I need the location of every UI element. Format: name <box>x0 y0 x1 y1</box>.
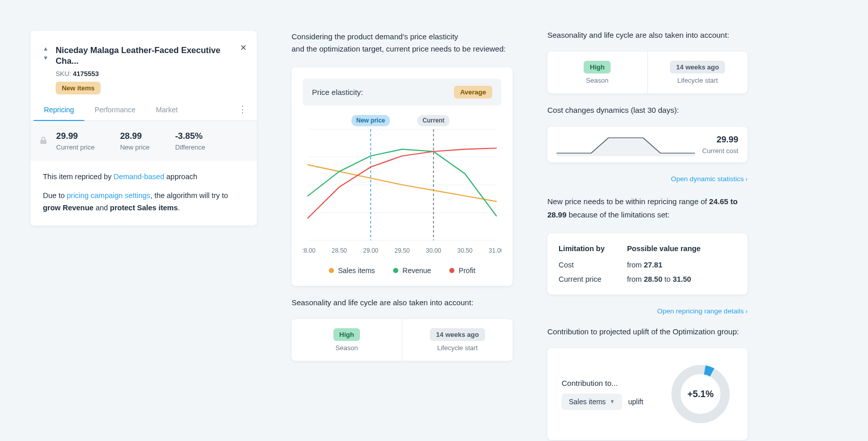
limit-range: from 27.81 <box>627 258 736 272</box>
svg-text:29.50: 29.50 <box>395 247 410 254</box>
uplift-title: Contribution to projected uplift of the … <box>547 327 748 336</box>
uplift-suffix: uplift <box>628 398 643 406</box>
nav-next-icon[interactable]: ▼ <box>43 55 49 60</box>
metric-label: Current price <box>56 143 94 151</box>
chart-legend: Sales items Revenue Profit <box>303 266 501 275</box>
metric-label: New price <box>120 143 150 151</box>
season-badge: High <box>333 328 360 341</box>
metric-value: 29.99 <box>56 131 94 141</box>
dot-icon <box>449 268 454 273</box>
metric-label: Difference <box>175 143 205 151</box>
season-block: High Season <box>547 52 648 93</box>
text: Considering the product demand's price e… <box>292 32 458 41</box>
elasticity-card: Price elasticity: Average New priceCurre… <box>292 67 513 286</box>
uplift-select[interactable]: Sales items ▼ <box>562 394 622 410</box>
legend-sales: Sales items <box>329 266 375 275</box>
legend-label: Profit <box>459 266 475 275</box>
uplift-donut: +5.1% <box>668 361 733 427</box>
lifecycle-badge: 14 weeks ago <box>670 61 725 74</box>
lock-icon <box>40 136 47 146</box>
metric-value: 28.99 <box>120 131 150 141</box>
svg-text:30.50: 30.50 <box>457 247 473 254</box>
lifecycle-block: 14 weeks ago Lifecycle start <box>648 52 748 93</box>
seasonality-title-2: Seasonality and life cycle are also take… <box>547 31 748 39</box>
season-label: Season <box>553 77 641 84</box>
cost-title: Cost changes dynamics (last 30 days): <box>547 106 748 114</box>
limits-card: Limitation by Possible value range Costf… <box>547 233 748 295</box>
seasonality-card: High Season 14 weeks ago Lifecycle start <box>292 319 513 361</box>
table-row: Costfrom 27.81 <box>559 258 736 272</box>
limit-name: Current price <box>559 272 627 286</box>
chevron-down-icon: ▼ <box>610 399 615 404</box>
uplift-label: Contribution to... <box>562 379 658 387</box>
svg-text:28.50: 28.50 <box>332 247 347 254</box>
season-badge: High <box>584 61 611 74</box>
text: and the optimization target, current pri… <box>292 44 505 53</box>
product-sku: SKU: 4175553 <box>56 70 245 78</box>
text: . <box>178 204 180 212</box>
limits-header-range: Possible value range <box>627 241 736 258</box>
text: , the algorithm will try to <box>150 191 228 200</box>
text-strong: grow Revenue <box>43 204 93 212</box>
open-repricing-range-link[interactable]: Open repricing range details <box>657 307 748 315</box>
lifecycle-label: Lifecycle start <box>408 344 507 352</box>
dot-icon <box>393 268 398 273</box>
cost-card: 29.99 Current cost <box>547 127 748 162</box>
elasticity-lead: Considering the product demand's price e… <box>292 31 513 55</box>
season-label: Season <box>298 344 396 352</box>
table-row: Current pricefrom 28.50 to 31.50 <box>559 272 736 286</box>
elasticity-chart: New priceCurrent28.0028.5029.0029.5030.0… <box>303 114 501 258</box>
product-nav-arrows: ▲ ▼ <box>43 46 49 60</box>
sku-value: 4175553 <box>73 70 99 78</box>
lifecycle-badge: 14 weeks ago <box>430 328 485 341</box>
elasticity-title: Price elasticity: <box>312 88 363 96</box>
limits-table: Limitation by Possible value range Costf… <box>559 241 736 286</box>
seasonality-card-2: High Season 14 weeks ago Lifecycle start <box>547 52 748 93</box>
svg-text:30.00: 30.00 <box>426 247 441 254</box>
metric-new-price: 28.99 New price <box>120 131 150 151</box>
product-badge: New items <box>56 82 101 94</box>
demand-based-link[interactable]: Demand-based <box>114 173 164 181</box>
legend-revenue: Revenue <box>393 266 431 275</box>
reprice-range-text: New price needs to be within repricing r… <box>547 195 748 221</box>
limit-name: Cost <box>559 258 627 272</box>
metric-value: -3.85% <box>175 131 205 141</box>
text-strong: protect Sales items <box>110 204 178 212</box>
legend-profit: Profit <box>449 266 475 275</box>
limit-range: from 28.50 to 31.50 <box>627 272 736 286</box>
svg-text:New price: New price <box>356 117 385 124</box>
tab-market[interactable]: Market <box>146 99 188 121</box>
cost-sparkline <box>557 133 695 156</box>
text: Due to <box>43 191 67 200</box>
lifecycle-block: 14 weeks ago Lifecycle start <box>402 319 513 361</box>
metric-current-price: 29.99 Current price <box>56 131 94 151</box>
text: and <box>93 204 110 212</box>
text: New price needs to be within repricing r… <box>547 197 709 206</box>
nav-prev-icon[interactable]: ▲ <box>43 46 49 51</box>
elasticity-badge: Average <box>454 86 492 99</box>
tabs: Repricing Performance Market ⋮ <box>31 99 257 121</box>
seasonality-title: Seasonality and life cycle are also take… <box>292 298 513 307</box>
pricing-campaign-link[interactable]: pricing campaign settings <box>67 191 151 200</box>
lifecycle-label: Lifecycle start <box>654 77 742 84</box>
svg-text:31.00: 31.00 <box>489 247 501 254</box>
svg-text:Current: Current <box>422 117 444 124</box>
legend-label: Revenue <box>402 266 431 275</box>
dot-icon <box>329 268 334 273</box>
legend-label: Sales items <box>338 266 375 275</box>
select-value: Sales items <box>569 398 606 406</box>
product-card: ▲ ▼ Niceday Malaga Leather-Faced Executi… <box>31 31 257 226</box>
more-icon[interactable]: ⋮ <box>234 104 251 115</box>
repricing-explanation: This item repriced by Demand-based appro… <box>31 161 257 214</box>
open-dynamic-stats-link[interactable]: Open dynamic statistics <box>671 175 748 183</box>
close-icon[interactable]: ✕ <box>240 43 247 53</box>
uplift-percent: +5.1% <box>668 361 733 427</box>
sku-label: SKU: <box>56 70 71 78</box>
tab-repricing[interactable]: Repricing <box>34 99 84 121</box>
svg-text:28.00: 28.00 <box>303 247 316 254</box>
tab-performance[interactable]: Performance <box>84 99 146 121</box>
price-metrics: 29.99 Current price 28.99 New price -3.8… <box>31 121 257 161</box>
limits-header-by: Limitation by <box>559 241 627 258</box>
text: This item repriced by <box>43 173 114 181</box>
uplift-card: Contribution to... Sales items ▼ uplift … <box>547 348 748 440</box>
